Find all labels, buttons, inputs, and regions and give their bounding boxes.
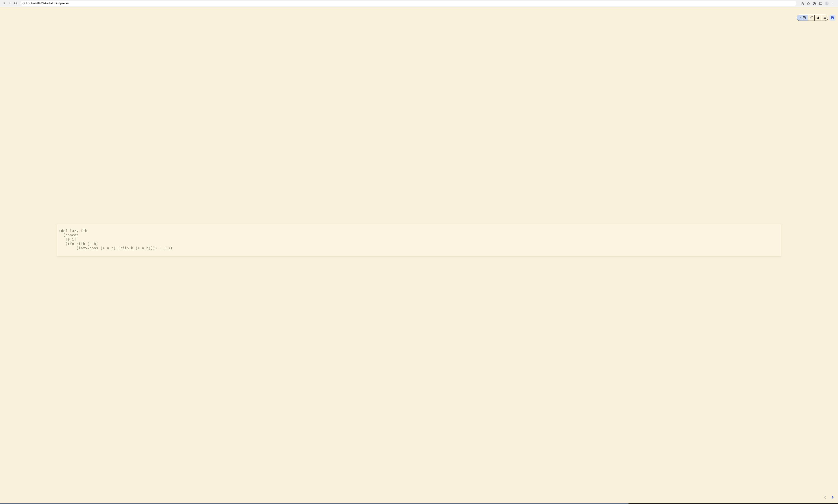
view-split-button[interactable] <box>815 15 821 21</box>
view-preview-code-button[interactable] <box>797 15 808 21</box>
profile-icon[interactable] <box>825 2 828 5</box>
svg-rect-10 <box>803 17 805 19</box>
view-mode-segmented <box>797 15 828 21</box>
view-toolbar <box>797 15 836 21</box>
page-content: (def lazy-fib (concat [0 1] ((fn rfib [a… <box>0 7 838 504</box>
site-info-icon[interactable] <box>22 2 25 5</box>
bottom-nav <box>822 494 835 501</box>
browser-chrome: localhost:4200/delve/hello.html/preview <box>0 0 838 7</box>
forward-button[interactable] <box>8 1 12 5</box>
url-text: localhost:4200/delve/hello.html/preview <box>26 2 69 5</box>
code-block[interactable]: (def lazy-fib (concat [0 1] ((fn rfib [a… <box>57 224 781 256</box>
bookmark-icon[interactable] <box>807 2 810 5</box>
chrome-actions <box>799 2 836 5</box>
svg-rect-5 <box>819 2 822 4</box>
svg-point-11 <box>804 17 805 18</box>
reload-button[interactable] <box>14 1 18 5</box>
dock-sliver <box>0 503 838 504</box>
svg-point-7 <box>833 2 833 3</box>
svg-marker-4 <box>807 2 810 5</box>
menu-icon[interactable] <box>831 2 835 5</box>
view-edit-button[interactable] <box>808 15 815 21</box>
svg-point-9 <box>833 4 833 4</box>
share-icon[interactable] <box>801 2 804 5</box>
svg-rect-12 <box>817 17 818 17</box>
svg-point-8 <box>833 3 833 3</box>
back-button[interactable] <box>2 1 6 5</box>
panel-icon[interactable] <box>819 2 822 5</box>
svg-rect-15 <box>818 17 819 19</box>
next-button[interactable] <box>830 494 835 501</box>
view-list-button[interactable] <box>821 15 828 21</box>
save-button[interactable] <box>830 15 836 21</box>
extensions-icon[interactable] <box>813 2 816 5</box>
prev-button[interactable] <box>822 494 828 501</box>
svg-rect-14 <box>817 18 818 19</box>
address-bar[interactable]: localhost:4200/delve/hello.html/preview <box>20 1 797 6</box>
code-text: (def lazy-fib (concat [0 1] ((fn rfib [a… <box>59 229 779 250</box>
